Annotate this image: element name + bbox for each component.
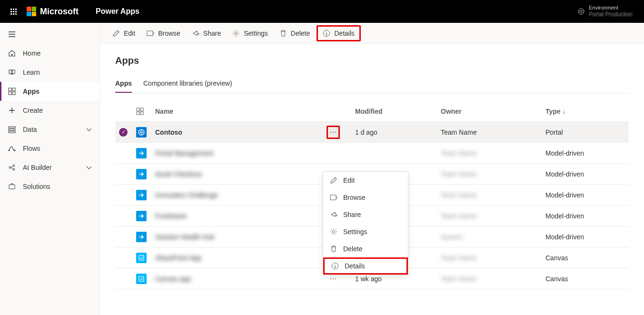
ctx-edit[interactable]: Edit <box>323 172 408 189</box>
browse-icon <box>330 194 337 201</box>
more-actions-button[interactable]: ⋯ <box>327 126 340 139</box>
sidebar-item-label: Learn <box>23 69 40 76</box>
app-name: Contoso <box>155 128 327 136</box>
edit-icon <box>330 177 337 184</box>
col-name[interactable]: Name <box>155 108 327 115</box>
app-type-icon <box>136 148 147 158</box>
ctx-label: Share <box>343 211 361 218</box>
sidebar-item-label: Solutions <box>23 183 50 190</box>
sidebar-item-apps[interactable]: Apps <box>0 82 99 101</box>
app-name: Solution Health Hub <box>155 233 327 241</box>
environment-picker[interactable]: Environment Portal Production <box>577 5 640 18</box>
environment-name: Portal Production <box>589 11 633 18</box>
ctx-label: Details <box>345 262 365 270</box>
owner-value: Team Name <box>441 191 545 199</box>
owner-value: System <box>441 233 545 241</box>
command-bar: Edit Browse Share Settings Delete Detail… <box>100 23 644 44</box>
sidebar-item-solutions[interactable]: Solutions <box>0 177 99 196</box>
col-modified[interactable]: Modified <box>355 108 441 115</box>
edit-button[interactable]: Edit <box>108 27 140 40</box>
app-name: Fundraiser <box>155 212 327 220</box>
app-type-icon <box>136 274 147 284</box>
sidebar-item-create[interactable]: Create <box>0 101 99 120</box>
app-type-icon <box>136 232 147 242</box>
environment-label: Environment <box>589 5 633 11</box>
waffle-icon[interactable] <box>4 9 23 15</box>
type-value: Model-driven <box>545 233 625 241</box>
edit-icon <box>112 30 120 37</box>
type-value: Portal <box>545 128 625 136</box>
data-icon <box>8 125 16 134</box>
tab-apps[interactable]: Apps <box>115 76 132 93</box>
cmd-label: Settings <box>244 30 268 37</box>
browse-button[interactable]: Browse <box>142 27 185 40</box>
sidebar-item-label: Create <box>23 107 43 114</box>
ctx-label: Edit <box>343 177 355 184</box>
type-value: Model-driven <box>545 149 625 157</box>
app-name: Portal Management <box>155 149 327 157</box>
context-menu: Edit Browse Share Settings Delete Detail… <box>323 171 408 275</box>
share-icon <box>330 211 337 218</box>
delete-button[interactable]: Delete <box>275 27 315 40</box>
col-icon-header <box>136 108 155 115</box>
table-header: Name Modified Owner Type ↓ <box>115 101 629 122</box>
ctx-delete[interactable]: Delete <box>323 240 408 257</box>
share-icon <box>192 30 199 37</box>
type-value: Model-driven <box>545 212 625 220</box>
plus-icon <box>8 106 16 115</box>
tab-component[interactable]: Component libraries (preview) <box>143 76 232 93</box>
flows-icon <box>8 144 16 153</box>
settings-button[interactable]: Settings <box>228 27 273 40</box>
type-value: Model-driven <box>545 170 625 178</box>
modified-value: 1 d ago <box>355 128 441 136</box>
sidebar-item-ai-builder[interactable]: AI Builder <box>0 158 99 177</box>
app-name: Innovation Challenge <box>155 191 327 199</box>
cmd-label: Browse <box>158 30 180 37</box>
hamburger-icon <box>8 30 16 39</box>
delete-icon <box>330 245 337 253</box>
cmd-label: Details <box>334 30 355 37</box>
owner-value: Team Name <box>441 170 545 178</box>
browse-icon <box>147 30 154 37</box>
sidebar-item-data[interactable]: Data <box>0 120 99 139</box>
ctx-details[interactable]: Details <box>323 257 408 275</box>
col-type[interactable]: Type ↓ <box>545 108 625 115</box>
sidebar-item-home[interactable]: Home <box>0 44 99 63</box>
share-button[interactable]: Share <box>187 27 226 40</box>
chevron-down-icon <box>85 126 92 133</box>
learn-icon <box>8 68 16 77</box>
details-icon <box>331 262 339 270</box>
solutions-icon <box>8 182 16 191</box>
type-value: Canvas <box>545 254 625 262</box>
owner-value: Team Name <box>441 254 545 262</box>
sidebar-item-label: Apps <box>23 88 40 95</box>
table-row[interactable]: ✓ Contoso ⋯ 1 d ago Team Name Portal <box>115 122 629 143</box>
microsoft-logo[interactable]: Microsoft <box>27 7 79 17</box>
sidebar-item-flows[interactable]: Flows <box>0 139 99 158</box>
type-value: Canvas <box>545 275 625 283</box>
app-type-icon <box>136 211 147 221</box>
brand-text: Microsoft <box>40 7 79 17</box>
ctx-settings[interactable]: Settings <box>323 223 408 240</box>
sidebar-item-label: Home <box>23 49 40 57</box>
owner-value: Team Name <box>441 212 545 220</box>
table-row[interactable]: Portal Management Team Name Model-driven <box>115 143 629 164</box>
page-title: Apps <box>115 55 629 66</box>
details-button[interactable]: Details <box>317 25 361 41</box>
owner-value: Team Name <box>441 128 545 136</box>
settings-icon <box>232 30 240 37</box>
ctx-share[interactable]: Share <box>323 206 408 223</box>
col-owner[interactable]: Owner <box>441 108 545 115</box>
owner-value: Team Name <box>441 149 545 157</box>
product-name: Power Apps <box>96 7 139 16</box>
ctx-label: Delete <box>343 245 362 253</box>
sidebar-item-learn[interactable]: Learn <box>0 63 99 82</box>
tabs: AppsComponent libraries (preview) <box>115 76 629 93</box>
app-type-icon <box>136 169 147 179</box>
settings-icon <box>330 228 337 236</box>
cmd-label: Share <box>203 30 221 37</box>
cmd-label: Edit <box>124 30 135 37</box>
hamburger-button[interactable] <box>0 25 99 44</box>
ctx-browse[interactable]: Browse <box>323 189 408 206</box>
app-type-icon <box>136 253 147 263</box>
